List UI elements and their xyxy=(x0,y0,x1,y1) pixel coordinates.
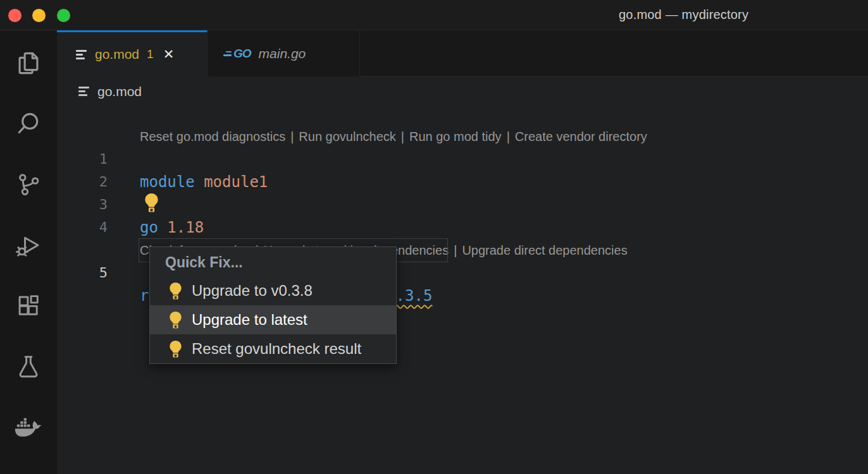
tab-gomod[interactable]: go.mod 1 ✕ xyxy=(57,30,208,76)
docker-icon[interactable] xyxy=(14,413,43,442)
testing-icon[interactable] xyxy=(14,352,43,381)
menu-item-label: Upgrade to v0.3.8 xyxy=(192,282,313,300)
window-title: go.mod — mydirectory xyxy=(619,8,748,22)
titlebar: go.mod — mydirectory xyxy=(0,0,868,30)
gomod-file-icon xyxy=(78,87,89,96)
code-line-3: 3 go 1.18 xyxy=(57,171,868,193)
code-line-2: 2 xyxy=(57,148,868,171)
code-line-4: 4 xyxy=(57,193,868,216)
explorer-icon[interactable] xyxy=(14,49,43,78)
traffic-light-zoom-button[interactable] xyxy=(57,9,70,22)
tab-gomod-problem-badge: 1 xyxy=(147,47,154,61)
quick-fix-header: Quick Fix... xyxy=(150,247,396,276)
quick-fix-menu: Quick Fix... Upgrade to v0.3.8 Upgrade t… xyxy=(149,246,397,364)
lightbulb-icon xyxy=(169,341,182,358)
extensions-icon[interactable] xyxy=(14,291,43,320)
code-line-1: 1 module module1 xyxy=(57,125,868,148)
tab-gomod-label: go.mod xyxy=(95,47,139,62)
traffic-light-minimize-button[interactable] xyxy=(32,9,46,22)
source-control-icon[interactable] xyxy=(14,170,43,199)
codelens-row-mid: Check for upgrades|Upgrade transitive de… xyxy=(57,216,868,239)
breadcrumb[interactable]: go.mod xyxy=(57,76,868,106)
run-debug-icon[interactable] xyxy=(14,231,43,260)
search-icon[interactable] xyxy=(14,109,43,138)
menu-item-upgrade-latest[interactable]: Upgrade to latest xyxy=(150,305,396,334)
gomod-file-icon xyxy=(76,50,87,59)
lightbulb-icon xyxy=(169,312,182,329)
codelens-row-top: Reset go.mod diagnostics|Run govulncheck… xyxy=(57,102,868,125)
line-number: 5 xyxy=(57,262,108,284)
menu-item-label: Reset govulncheck result xyxy=(192,340,361,358)
lightbulb-icon xyxy=(169,283,182,300)
activity-bar xyxy=(0,31,57,474)
go-logo-dashes xyxy=(223,51,232,56)
tab-bar: go.mod 1 ✕ GO main.go xyxy=(57,30,868,76)
traffic-light-close-button[interactable] xyxy=(8,9,22,22)
lightbulb-icon[interactable] xyxy=(144,193,159,212)
close-tab-icon[interactable]: ✕ xyxy=(163,47,175,62)
menu-item-reset-govulncheck[interactable]: Reset govulncheck result xyxy=(150,334,396,363)
menu-item-label: Upgrade to latest xyxy=(192,311,307,329)
go-file-icon: GO xyxy=(223,47,251,61)
tab-maingo[interactable]: GO main.go xyxy=(208,30,360,76)
breadcrumb-file-label: go.mod xyxy=(97,84,142,99)
go-logo-letters: GO xyxy=(233,47,251,61)
tab-maingo-label: main.go xyxy=(259,46,306,61)
menu-item-upgrade-v038[interactable]: Upgrade to v0.3.8 xyxy=(150,276,396,305)
